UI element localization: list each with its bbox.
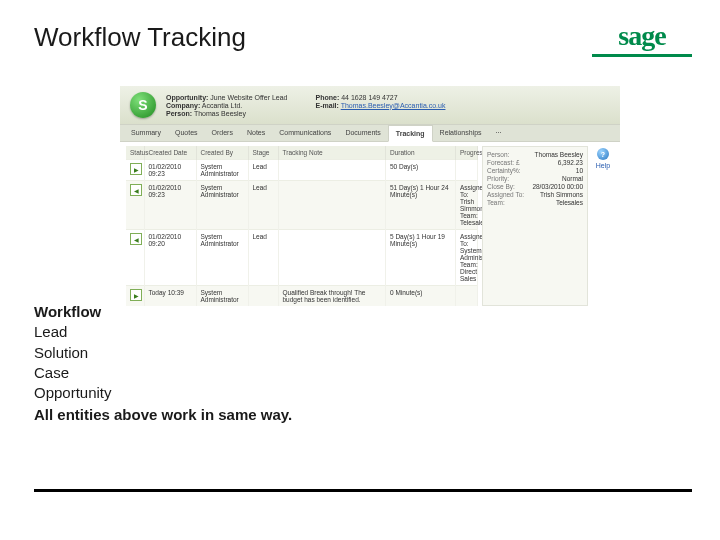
cell [278,230,386,286]
record-fields: Opportunity: June Website Offer LeadComp… [166,94,610,117]
tab-summary[interactable]: Summary [124,125,168,141]
cell [278,181,386,230]
cell: Qualified Break through! The budget has … [278,286,386,307]
column-header: Progress [456,146,478,160]
cell: Assigned To: Trish Simmons Team: Telesal… [456,181,478,230]
detail-row: Assigned To:Trish Simmons [487,191,583,198]
record-field: Person: Thomas Beesley [166,110,288,117]
crm-screenshot: S Opportunity: June Website Offer LeadCo… [120,86,620,312]
cell [456,286,478,307]
arrow-icon: ◀ [130,233,142,245]
page-title: Workflow Tracking [34,22,246,53]
arrow-icon: ◀ [130,184,142,196]
column-header: Tracking Note [278,146,386,160]
column-header: Created By [196,146,248,160]
column-header: Duration [386,146,456,160]
logo-underline [592,54,692,57]
cell: Lead [248,230,278,286]
cell: Assigned To: System Administrator Team: … [456,230,478,286]
column-header: Created Date [144,146,196,160]
copy-item: Solution [34,343,292,363]
column-header: Status [126,146,144,160]
cell: ▶ [126,160,144,181]
column-header: Stage [248,146,278,160]
body-copy: Workflow LeadSolutionCaseOpportunity All… [34,302,292,426]
arrow-icon: ▶ [130,163,142,175]
table-row: ◀01/02/2010 09:20System AdministratorLea… [126,230,478,286]
sage-logo: sage [592,20,692,57]
detail-row: Priority:Normal [487,175,583,182]
tab-documents[interactable]: Documents [338,125,387,141]
copy-item: Case [34,363,292,383]
tab-relationships[interactable]: Relationships [433,125,489,141]
tab-···[interactable]: ··· [489,125,509,141]
record-field: Phone: 44 1628 149 4727 [316,94,446,101]
copy-closing: All entities above work in same way. [34,405,292,425]
record-field: Company: Accantia Ltd. [166,102,288,109]
opportunity-icon: S [130,92,156,118]
cell: ◀ [126,230,144,286]
cell: 01/02/2010 09:23 [144,160,196,181]
cell: 5 Day(s) 1 Hour 19 Minute(s) [386,230,456,286]
cell: System Administrator [196,230,248,286]
cell: ◀ [126,181,144,230]
logo-text: sage [618,20,665,52]
cell [278,160,386,181]
detail-row: Certainty%:10 [487,167,583,174]
detail-row: Person:Thomas Beesley [487,151,583,158]
cell: 01/02/2010 09:23 [144,181,196,230]
detail-row: Close By:28/03/2010 00:00 [487,183,583,190]
tracking-grid: StatusCreated DateCreated ByStageTrackin… [126,146,478,306]
detail-row: Team:Telesales [487,199,583,206]
detail-row: Forecast: £6,392.23 [487,159,583,166]
table-row: ▶01/02/2010 09:23System AdministratorLea… [126,160,478,181]
tab-orders[interactable]: Orders [205,125,240,141]
copy-item: Lead [34,322,292,342]
cell: Lead [248,181,278,230]
copy-heading: Workflow [34,302,292,322]
record-header: S Opportunity: June Website Offer LeadCo… [120,86,620,124]
cell [456,160,478,181]
tab-notes[interactable]: Notes [240,125,272,141]
table-row: ◀01/02/2010 09:23System AdministratorLea… [126,181,478,230]
cell: System Administrator [196,181,248,230]
tab-bar: SummaryQuotesOrdersNotesCommunicationsDo… [120,124,620,142]
arrow-icon: ▶ [130,289,142,301]
cell: Lead [248,160,278,181]
record-field: Opportunity: June Website Offer Lead [166,94,288,101]
help-icon: ? [597,148,609,160]
tab-quotes[interactable]: Quotes [168,125,205,141]
details-panel: Person:Thomas BeesleyForecast: £6,392.23… [482,146,588,306]
cell: 50 Day(s) [386,160,456,181]
footer-rule [34,489,692,492]
tracking-body: StatusCreated DateCreated ByStageTrackin… [120,142,620,312]
tab-tracking[interactable]: Tracking [388,125,433,142]
cell: 51 Day(s) 1 Hour 24 Minute(s) [386,181,456,230]
tab-communications[interactable]: Communications [272,125,338,141]
cell: 0 Minute(s) [386,286,456,307]
record-field: E-mail: Thomas.Beesley@Accantia.co.uk [316,102,446,109]
copy-item: Opportunity [34,383,292,403]
cell: 01/02/2010 09:20 [144,230,196,286]
help-label: Help [592,162,614,169]
help-link[interactable]: ? Help [592,146,614,306]
cell: System Administrator [196,160,248,181]
